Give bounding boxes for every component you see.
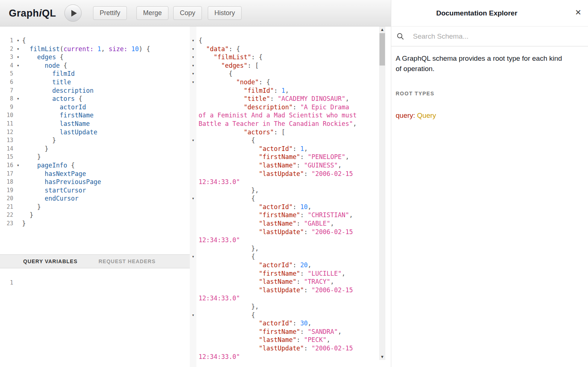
fold-arrow-icon[interactable]: ▾ <box>15 95 21 103</box>
fold-arrow-icon[interactable]: ▾ <box>190 136 196 145</box>
fold-spacer <box>15 70 21 78</box>
code-token: { <box>22 37 26 44</box>
code-token: { <box>199 137 255 144</box>
code-token: ( <box>60 45 63 53</box>
code-line: "lastName": "GABLE", <box>199 219 357 228</box>
fold-spacer <box>15 103 21 112</box>
fold-arrow-icon[interactable]: ▾ <box>15 61 21 70</box>
code-token: lastUpdate <box>60 128 97 136</box>
code-token: : <box>304 228 311 236</box>
copy-button[interactable]: Copy <box>173 6 202 20</box>
query-editor[interactable]: 1234567891011121314151617181920212223 ▾▾… <box>0 27 190 254</box>
fold-arrow-icon[interactable]: ▾ <box>190 53 196 61</box>
code-line: title <box>22 78 150 87</box>
code-token <box>199 220 259 227</box>
code-token: "firstName" <box>259 328 300 335</box>
line-number: 8 <box>0 95 15 103</box>
fold-arrow-icon[interactable]: ▾ <box>190 45 196 53</box>
code-line: 12:34:33.0" <box>199 178 357 186</box>
fold-arrow-icon[interactable]: ▾ <box>190 36 196 45</box>
code-token: title <box>52 78 71 86</box>
line-number: 11 <box>0 120 15 128</box>
execute-button[interactable] <box>64 4 82 22</box>
code-token: , <box>345 95 349 102</box>
search-icon <box>397 33 404 40</box>
logo-text: QL <box>42 7 56 18</box>
code-line: 12:34:33.0" <box>199 353 357 361</box>
scroll-down-button[interactable]: ▼ <box>379 354 385 360</box>
fold-spacer <box>15 78 21 87</box>
line-number: 22 <box>0 211 15 219</box>
code-token: , <box>285 87 289 94</box>
code-token <box>22 178 44 186</box>
logo-italic-i: i <box>39 7 42 18</box>
code-token <box>199 145 259 152</box>
fold-arrow-icon[interactable]: ▾ <box>15 36 21 45</box>
fold-arrow-icon[interactable]: ▾ <box>15 45 21 53</box>
code-token: , <box>349 211 353 219</box>
code-token: actorId <box>60 103 86 111</box>
fold-arrow-icon[interactable]: ▾ <box>190 253 196 261</box>
code-token <box>22 62 44 69</box>
merge-button[interactable]: Merge <box>136 6 168 20</box>
prettify-button[interactable]: Prettify <box>93 6 127 20</box>
line-number: 17 <box>0 170 15 178</box>
code-line: }, <box>199 244 357 253</box>
fold-spacer <box>190 128 196 137</box>
line-number: 3 <box>0 53 15 61</box>
root-type-link[interactable]: Query <box>417 112 436 119</box>
code-token <box>199 170 259 177</box>
code-line: "firstName": "PENELOPE", <box>199 153 357 161</box>
variables-editor[interactable]: 1 <box>0 268 190 367</box>
code-line: { <box>199 253 357 261</box>
code-line: Battle a Teacher in The Canadian Rockies… <box>199 120 357 128</box>
history-button[interactable]: History <box>208 6 242 20</box>
code-token: "filmList" <box>214 53 251 61</box>
fold-spacer <box>190 211 196 219</box>
result-scrollbar[interactable]: ▲ ▼ <box>379 27 385 360</box>
code-token: "2006-02-15 <box>311 286 353 294</box>
code-token: , <box>330 278 334 285</box>
fold-spacer <box>190 120 196 128</box>
line-number: 21 <box>0 203 15 211</box>
fold-spacer <box>190 111 196 120</box>
code-line: "filmList": { <box>199 53 357 61</box>
code-token: 1 <box>281 87 285 94</box>
fold-arrow-icon[interactable]: ▾ <box>190 194 196 203</box>
code-token: "data" <box>206 45 228 53</box>
code-token: "edges" <box>221 62 247 69</box>
code-token: "lastUpdate" <box>259 170 304 177</box>
line-number: 6 <box>0 78 15 87</box>
code-token: , <box>308 320 311 327</box>
code-token: } <box>22 137 56 144</box>
code-line: filmList(current: 1, size: 10) { <box>22 45 150 53</box>
code-line: endCursor <box>22 194 150 203</box>
close-button[interactable]: ✕ <box>575 8 581 17</box>
code-token <box>199 320 259 327</box>
code-line: { <box>199 36 357 45</box>
code-token <box>22 187 44 194</box>
code-token: : { <box>259 78 270 86</box>
code-line: "lastName": "TRACY", <box>199 278 357 286</box>
scroll-up-button[interactable]: ▲ <box>379 27 385 33</box>
tab-request-headers[interactable]: REQUEST HEADERS <box>99 258 156 264</box>
tab-query-variables[interactable]: QUERY VARIABLES <box>23 258 78 264</box>
fold-arrow-icon[interactable]: ▾ <box>190 311 196 320</box>
code-token: ) { <box>139 45 150 53</box>
fold-arrow-icon[interactable]: ▾ <box>190 78 196 87</box>
fold-arrow-icon[interactable]: ▾ <box>190 61 196 70</box>
code-token: { <box>199 195 255 202</box>
code-token: "node" <box>236 78 259 86</box>
scrollbar-thumb[interactable] <box>379 33 385 66</box>
code-token: "lastUpdate" <box>259 228 304 236</box>
fold-arrow-icon[interactable]: ▾ <box>15 53 21 61</box>
code-token <box>199 286 259 294</box>
secondary-editor-title-bar: QUERY VARIABLES REQUEST HEADERS <box>0 254 190 268</box>
code-token: : <box>300 153 307 160</box>
fold-spacer <box>15 211 21 219</box>
code-line: } <box>22 203 150 211</box>
doc-search-input[interactable] <box>413 32 560 40</box>
fold-arrow-icon[interactable]: ▾ <box>190 70 196 78</box>
code-line: startCursor <box>22 186 150 195</box>
fold-arrow-icon[interactable]: ▾ <box>15 161 21 170</box>
